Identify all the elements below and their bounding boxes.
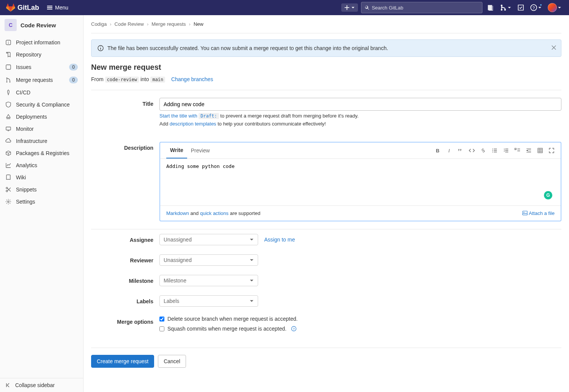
labels-section: Labels Labels <box>91 291 561 311</box>
numbered-list-icon[interactable]: 12 <box>503 147 509 154</box>
assignee-label: Assignee <box>91 234 159 245</box>
collapse-icon <box>5 382 11 388</box>
sidebar: C Code Review Project information Reposi… <box>0 15 84 392</box>
chart-icon <box>5 162 11 168</box>
tab-write[interactable]: Write <box>166 143 187 158</box>
sidebar-item-merge-requests[interactable]: Merge requests0 <box>0 74 83 86</box>
sidebar-item-repository[interactable]: Repository <box>0 49 83 61</box>
gear-icon <box>5 199 11 205</box>
user-menu[interactable] <box>546 2 563 14</box>
draft-link[interactable]: Start the title with Draft: <box>159 113 219 119</box>
reviewer-value: Unassigned <box>164 257 192 263</box>
sidebar-label: Repository <box>16 52 78 58</box>
merge-requests-shortcut[interactable] <box>498 3 513 13</box>
breadcrumb-code-review[interactable]: Code Review <box>115 21 144 27</box>
reviewer-dropdown[interactable]: Unassigned <box>159 254 258 266</box>
link-icon[interactable] <box>480 147 486 154</box>
create-new-button[interactable] <box>341 3 358 12</box>
svg-point-18 <box>492 150 493 151</box>
assignee-value: Unassigned <box>164 237 192 243</box>
sidebar-label: Issues <box>16 64 65 70</box>
todos-shortcut[interactable] <box>516 3 526 13</box>
search-input[interactable] <box>369 5 479 11</box>
sidebar-item-cicd[interactable]: CI/CD <box>0 86 83 99</box>
menu-button[interactable]: Menu <box>44 3 71 12</box>
svg-rect-23 <box>538 148 542 153</box>
sidebar-item-deployments[interactable]: Deployments <box>0 111 83 123</box>
quick-actions-link[interactable]: quick actions <box>200 210 229 216</box>
close-flash-button[interactable] <box>551 45 556 52</box>
sidebar-item-security[interactable]: Security & Compliance <box>0 99 83 111</box>
nav-right: ? <box>341 2 563 14</box>
templates-link[interactable]: description templates <box>170 121 216 127</box>
collapse-sidebar-button[interactable]: Collapse sidebar <box>0 378 83 392</box>
sidebar-item-issues[interactable]: Issues0 <box>0 61 83 74</box>
rocket-icon <box>5 89 11 96</box>
issues-shortcut[interactable] <box>485 3 495 13</box>
bold-icon[interactable]: B <box>435 147 441 154</box>
project-header[interactable]: C Code Review <box>0 15 83 35</box>
breadcrumb-merge-requests[interactable]: Merge requests <box>151 21 186 27</box>
deploy-icon <box>5 114 11 120</box>
milestone-dropdown[interactable]: Milestone <box>159 275 258 286</box>
assign-to-me-link[interactable]: Assign to me <box>264 237 295 243</box>
svg-point-0 <box>501 5 503 6</box>
code-icon[interactable] <box>469 147 475 154</box>
svg-point-2 <box>504 9 506 11</box>
help-shortcut[interactable]: ? <box>529 3 543 13</box>
branch-info: From code-review into main Change branch… <box>91 76 561 90</box>
cancel-button[interactable]: Cancel <box>158 355 186 368</box>
delete-branch-checkbox[interactable] <box>159 317 164 321</box>
squash-checkbox[interactable] <box>159 326 164 331</box>
book-icon <box>5 174 11 180</box>
collapse-label: Collapse sidebar <box>15 382 55 388</box>
avatar <box>548 3 557 12</box>
create-merge-request-button[interactable]: Create merge request <box>91 355 154 368</box>
help-icon[interactable]: ? <box>291 326 296 331</box>
search-icon <box>364 5 369 10</box>
italic-icon[interactable]: I <box>446 147 452 154</box>
sidebar-item-settings[interactable]: Settings <box>0 196 83 208</box>
shield-icon <box>5 102 11 108</box>
quote-icon[interactable] <box>457 147 463 154</box>
chevron-right-icon: › <box>110 21 111 27</box>
assignee-section: Assignee Unassigned Assign to me <box>91 229 561 250</box>
sidebar-item-project-info[interactable]: Project information <box>0 36 83 49</box>
svg-point-8 <box>6 82 8 83</box>
sidebar-item-wiki[interactable]: Wiki <box>0 171 83 183</box>
issue-icon <box>487 4 494 11</box>
merge-icon <box>500 4 507 11</box>
assignee-dropdown[interactable]: Unassigned <box>159 234 258 245</box>
scissors-icon <box>5 187 11 193</box>
labels-dropdown[interactable]: Labels <box>159 295 258 307</box>
table-icon[interactable] <box>537 147 543 154</box>
sidebar-label: Infrastructure <box>16 138 78 144</box>
tab-preview[interactable]: Preview <box>187 143 214 158</box>
task-list-icon[interactable] <box>514 147 520 154</box>
sidebar-item-infrastructure[interactable]: Infrastructure <box>0 135 83 147</box>
change-branches-link[interactable]: Change branches <box>171 76 213 82</box>
sidebar-item-monitor[interactable]: Monitor <box>0 123 83 135</box>
description-textarea[interactable] <box>160 159 561 204</box>
title-input[interactable] <box>159 98 561 111</box>
bullet-list-icon[interactable] <box>492 147 498 154</box>
title-hint-draft: Start the title with Draft: to prevent a… <box>159 113 561 119</box>
description-label: Description <box>91 142 159 221</box>
sidebar-item-analytics[interactable]: Analytics <box>0 159 83 171</box>
sidebar-label: Deployments <box>16 114 78 120</box>
search-wrap <box>361 2 482 13</box>
fullscreen-icon[interactable] <box>549 147 555 154</box>
breadcrumb-codiga[interactable]: Codiga <box>91 21 107 27</box>
title-hint-templates: Add description templates to help your c… <box>159 121 561 127</box>
sidebar-item-snippets[interactable]: Snippets <box>0 183 83 196</box>
markdown-editor: Write Preview B I 12 <box>159 142 561 221</box>
reviewer-section: Reviewer Unassigned <box>91 250 561 270</box>
indent-icon[interactable] <box>526 147 532 154</box>
attach-file-link[interactable]: Attach a file <box>522 210 555 216</box>
sidebar-item-packages[interactable]: Packages & Registries <box>0 147 83 159</box>
grammarly-badge[interactable]: G <box>544 191 552 199</box>
todo-icon <box>517 4 524 11</box>
sidebar-label: Security & Compliance <box>16 102 78 108</box>
markdown-link[interactable]: Markdown <box>166 210 189 216</box>
gitlab-logo[interactable]: GitLab <box>6 3 39 12</box>
